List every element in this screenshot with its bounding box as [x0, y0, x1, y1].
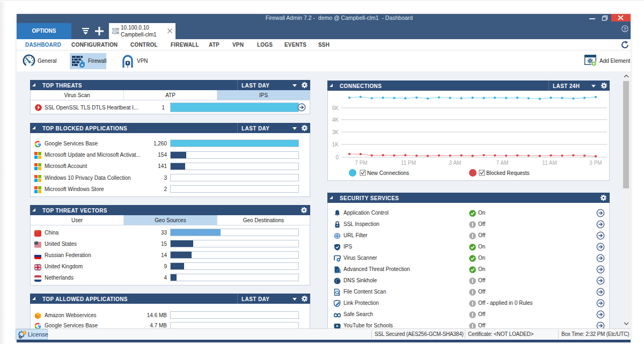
svg-text:3 AM: 3 AM [449, 160, 462, 166]
svg-text:4K: 4K [332, 117, 339, 123]
svg-text:7 PM: 7 PM [355, 160, 367, 166]
svg-text:6K: 6K [332, 105, 339, 111]
svg-text:0: 0 [335, 155, 339, 160]
svg-text:!: ! [24, 331, 25, 334]
svg-text:11 PM: 11 PM [401, 160, 416, 166]
svg-text:New Connections: New Connections [367, 170, 409, 176]
svg-text:Blocked Requests: Blocked Requests [486, 170, 530, 176]
svg-text:3 PM: 3 PM [589, 160, 602, 166]
svg-text:3K: 3K [332, 129, 339, 135]
svg-text:11 AM: 11 AM [542, 160, 557, 166]
svg-text:?: ? [624, 26, 627, 32]
svg-text:7 AM: 7 AM [496, 160, 509, 166]
svg-text:1K: 1K [332, 142, 339, 148]
